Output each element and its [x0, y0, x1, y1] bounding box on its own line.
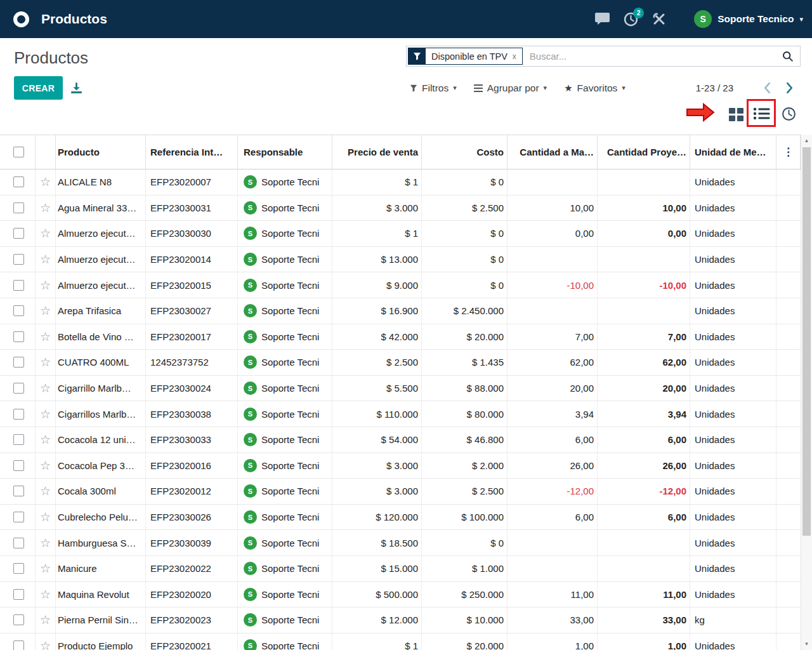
favorite-star-icon[interactable]: ☆: [36, 247, 56, 272]
table-row[interactable]: ☆ Almuerzo ejecut… EFP23020014 S Soporte…: [0, 247, 801, 273]
row-checkbox[interactable]: [13, 614, 24, 625]
row-checkbox[interactable]: [13, 228, 24, 239]
favorite-star-icon[interactable]: ☆: [36, 633, 56, 650]
favorite-star-icon[interactable]: ☆: [36, 350, 56, 375]
sales-price-cell: $ 18.500: [332, 530, 422, 555]
scrollbar-down-arrow[interactable]: ▼: [801, 639, 812, 649]
row-checkbox[interactable]: [13, 305, 24, 316]
table-row[interactable]: ☆ Cocacola 12 uni… EFP23030033 S Soporte…: [0, 427, 801, 453]
optional-columns-button[interactable]: ⋮: [783, 145, 794, 159]
sales-price-cell: $ 2.500: [332, 350, 422, 375]
favorite-star-icon[interactable]: ☆: [36, 479, 56, 504]
group-by-dropdown[interactable]: Agrupar por ▾: [474, 83, 547, 94]
favorite-star-icon[interactable]: ☆: [36, 298, 56, 324]
favorite-star-icon[interactable]: ☆: [36, 169, 56, 195]
list-view-button[interactable]: [749, 103, 774, 124]
row-checkbox[interactable]: [13, 202, 24, 213]
favorite-star-icon[interactable]: ☆: [36, 453, 56, 479]
favorite-star-icon[interactable]: ☆: [36, 607, 56, 633]
favorite-star-icon[interactable]: ☆: [36, 272, 56, 298]
table-row[interactable]: ☆ Almuerzo ejecut… EFP23020015 S Soporte…: [0, 272, 801, 298]
header-forecasted-qty[interactable]: Cantidad Proye…: [598, 135, 690, 169]
filters-dropdown[interactable]: Filtros ▾: [410, 83, 457, 94]
favorite-star-icon[interactable]: ☆: [36, 530, 56, 555]
facet-text: Disponible en TPV: [431, 51, 508, 62]
table-row[interactable]: ☆ Botella de Vino … EFP23020017 S Soport…: [0, 324, 801, 350]
row-checkbox[interactable]: [13, 331, 24, 342]
forecasted-qty-cell: 11,00: [598, 582, 690, 607]
row-checkbox[interactable]: [13, 512, 24, 522]
search-bar[interactable]: Disponible en TPV x Buscar...: [406, 46, 801, 67]
table-row[interactable]: ☆ CUATRO 400ML 12452373752 S Soporte Tec…: [0, 350, 801, 376]
favorite-star-icon[interactable]: ☆: [36, 196, 56, 221]
remove-facet-icon[interactable]: x: [513, 52, 516, 61]
table-row[interactable]: ☆ Cubrelecho Pelu… EFP23030026 S Soporte…: [0, 505, 801, 531]
header-sales-price[interactable]: Precio de venta: [332, 135, 422, 169]
row-checkbox[interactable]: [13, 640, 24, 650]
odoo-logo[interactable]: [13, 11, 30, 28]
row-checkbox[interactable]: [13, 589, 24, 600]
header-cost[interactable]: Costo: [422, 135, 508, 169]
table-row[interactable]: ☆ Producto Ejemplo EFP23020021 S Soporte…: [0, 633, 801, 650]
table-row[interactable]: ☆ Cigarrillo Marlb… EFP23030024 S Soport…: [0, 376, 801, 402]
table-row[interactable]: ☆ ALICALE N8 EFP23020007 S Soporte Tecni…: [0, 169, 801, 196]
header-qty-on-hand[interactable]: Cantidad a Ma…: [508, 135, 598, 169]
scrollbar-up-arrow[interactable]: ▲: [801, 135, 812, 146]
row-checkbox[interactable]: [13, 357, 24, 368]
activity-view-button[interactable]: [778, 103, 799, 124]
table-row[interactable]: ☆ Agua Mineral 33… EFP23030031 S Soporte…: [0, 196, 801, 222]
favorite-star-icon[interactable]: ☆: [36, 505, 56, 530]
messages-icon[interactable]: [595, 13, 610, 25]
search-icon[interactable]: [782, 51, 794, 62]
select-all-checkbox[interactable]: [13, 147, 24, 157]
row-checkbox[interactable]: [13, 409, 24, 420]
pager-previous-button[interactable]: [756, 83, 778, 93]
row-checkbox[interactable]: [13, 254, 24, 265]
responsible-cell: S Soporte Tecni: [238, 221, 332, 246]
header-product[interactable]: Producto: [56, 135, 146, 169]
table-row[interactable]: ☆ Manicure EFP23020022 S Soporte Tecni $…: [0, 556, 801, 582]
scrollbar-thumb[interactable]: [802, 147, 811, 536]
row-select-cell: [0, 505, 36, 530]
favorite-star-icon[interactable]: ☆: [36, 324, 56, 350]
favorites-dropdown[interactable]: ★ Favoritos ▾: [564, 83, 625, 94]
tools-icon[interactable]: [652, 12, 666, 26]
kanban-view-button[interactable]: [724, 103, 747, 126]
table-row[interactable]: ☆ Arepa Trifasica EFP23030027 S Soporte …: [0, 298, 801, 324]
header-unit-of-measure[interactable]: Unidad de Me…: [690, 135, 776, 169]
pager-next-button[interactable]: [778, 83, 801, 93]
favorite-star-icon[interactable]: ☆: [36, 582, 56, 607]
table-row[interactable]: ☆ Pierna Pernil Sin… EFP23020023 S Sopor…: [0, 607, 801, 633]
navbar-right-section: 2 S Soporte Tecnico ▾: [595, 0, 812, 38]
search-input[interactable]: Buscar...: [530, 51, 566, 62]
header-internal-reference[interactable]: Referencia Int…: [146, 135, 238, 169]
table-row[interactable]: ☆ Almuerzo ejecut… EFP23030030 S Soporte…: [0, 221, 801, 247]
row-checkbox[interactable]: [13, 486, 24, 496]
row-checkbox[interactable]: [13, 563, 24, 574]
user-menu[interactable]: S Soporte Tecnico ▾: [694, 10, 803, 28]
favorite-star-icon[interactable]: ☆: [36, 401, 56, 427]
row-checkbox[interactable]: [13, 176, 24, 187]
row-checkbox[interactable]: [13, 460, 24, 471]
table-row[interactable]: ☆ Cigarrillos Marlb… EFP23030038 S Sopor…: [0, 401, 801, 427]
product-name-cell: Cigarrillos Marlb…: [56, 401, 146, 427]
favorite-star-icon[interactable]: ☆: [36, 427, 56, 453]
row-checkbox[interactable]: [13, 538, 24, 548]
table-row[interactable]: ☆ Cocala 300ml EFP23020012 S Soporte Tec…: [0, 479, 801, 505]
table-row[interactable]: ☆ Cocacola Pep 3… EFP23020016 S Soporte …: [0, 453, 801, 479]
table-row[interactable]: ☆ Maquina Revolut EFP23020020 S Soporte …: [0, 582, 801, 608]
unit-of-measure-cell: Unidades: [690, 350, 776, 375]
create-button[interactable]: CREAR: [14, 76, 63, 100]
row-checkbox[interactable]: [13, 434, 24, 445]
vertical-scrollbar[interactable]: ▲ ▼: [801, 135, 812, 650]
export-download-icon[interactable]: [70, 82, 82, 94]
favorite-star-icon[interactable]: ☆: [36, 376, 56, 401]
row-checkbox[interactable]: [13, 383, 24, 394]
responsible-avatar: S: [244, 279, 257, 292]
activities-icon[interactable]: 2: [624, 12, 638, 27]
row-checkbox[interactable]: [13, 280, 24, 291]
header-responsible[interactable]: Responsable: [238, 135, 332, 169]
favorite-star-icon[interactable]: ☆: [36, 221, 56, 246]
favorite-star-icon[interactable]: ☆: [36, 556, 56, 581]
table-row[interactable]: ☆ Hamburguesa S… EFP23030039 S Soporte T…: [0, 530, 801, 556]
